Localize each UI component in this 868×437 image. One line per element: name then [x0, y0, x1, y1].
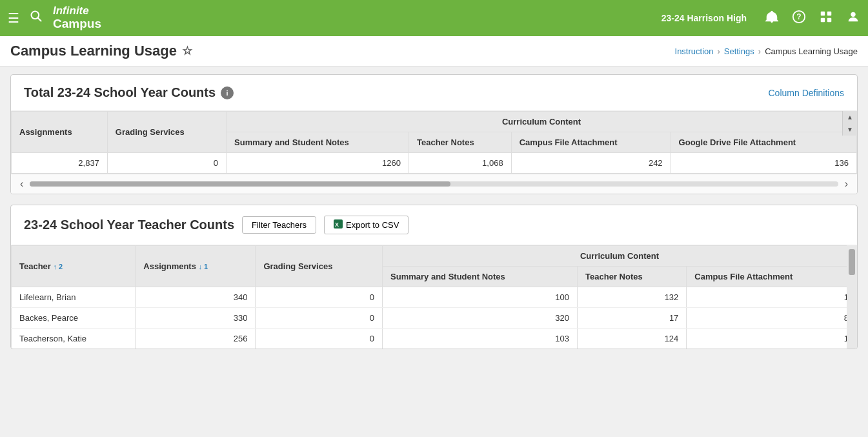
top-nav: ☰ Infinite Campus 23-24 Harrison High ? [0, 0, 868, 36]
breadcrumb-instruction[interactable]: Instruction [675, 46, 714, 56]
breadcrumb-settings[interactable]: Settings [724, 46, 754, 56]
total-counts-title-text: Total 23-24 School Year Counts [24, 85, 216, 100]
svg-rect-5 [827, 11, 831, 15]
total-counts-card: Total 23-24 School Year Counts i Column … [10, 74, 858, 194]
total-counts-table: Assignments Grading Services Curriculum … [11, 111, 857, 174]
main-content: Total 23-24 School Year Counts i Column … [0, 66, 868, 367]
th-curriculum-content-group: Curriculum Content [227, 112, 857, 132]
h-scroll-thumb [30, 181, 450, 187]
teacher-scroll-thumb [849, 249, 855, 275]
favorite-star-icon[interactable]: ☆ [182, 44, 192, 58]
excel-icon: X [334, 219, 343, 230]
td-teacher-0-name: Lifelearn, Brian [12, 287, 136, 308]
teacher-counts-card: 23-24 School Year Teacher Counts Filter … [10, 205, 858, 349]
teacher-row-1: Backes, Pearce 330 0 320 17 8 [12, 308, 857, 329]
page-title: Campus Learning Usage ☆ [10, 43, 192, 59]
teacher-counts-title: 23-24 School Year Teacher Counts [24, 218, 234, 232]
svg-point-8 [851, 12, 855, 16]
breadcrumb-bar: Campus Learning Usage ☆ Instruction › Se… [0, 36, 868, 66]
th-assignments: Assignments [12, 112, 108, 153]
teacher-vertical-scroll [847, 245, 857, 349]
td-google-drive-file: 136 [671, 153, 856, 174]
th-campus-file: Campus File Attachment [511, 132, 671, 153]
scroll-right-button[interactable]: › [841, 177, 852, 191]
breadcrumb-current: Campus Learning Usage [765, 46, 858, 56]
teacher-counts-header: 23-24 School Year Teacher Counts Filter … [11, 205, 857, 245]
breadcrumb-sep-1: › [718, 46, 720, 56]
export-csv-label: Export to CSV [346, 220, 399, 230]
horizontal-scroll-area: ‹ › [11, 174, 857, 194]
td-teacher-2-grading: 0 [256, 329, 383, 349]
total-counts-row: 2,837 0 1260 1,068 242 136 [12, 153, 857, 174]
grid-icon[interactable] [819, 10, 833, 27]
filter-teachers-button[interactable]: Filter Teachers [242, 216, 316, 234]
td-teacher-2-summary: 103 [383, 329, 578, 349]
td-teacher-1-campus-file: 8 [687, 308, 857, 329]
teacher-row-0: Lifelearn, Brian 340 0 100 132 1 [12, 287, 857, 308]
breadcrumb-sep-2: › [758, 46, 761, 56]
td-teacher-1-grading: 0 [256, 308, 383, 329]
svg-rect-7 [827, 17, 831, 21]
th-teacher-grading-services: Grading Services [256, 246, 383, 287]
help-icon[interactable]: ? [792, 10, 806, 27]
th-teacher-curriculum-content-group: Curriculum Content [383, 246, 857, 267]
total-counts-header: Total 23-24 School Year Counts i Column … [11, 75, 857, 111]
th-teacher: Teacher ↑ 2 [12, 246, 136, 287]
school-name: 23-24 Harrison High [661, 13, 747, 23]
user-icon[interactable] [846, 10, 860, 27]
th-teacher-assignments: Assignments ↓ 1 [136, 246, 256, 287]
teacher-row-2: Teacherson, Katie 256 0 103 124 1 [12, 329, 857, 349]
svg-text:X: X [335, 221, 339, 228]
hamburger-icon[interactable]: ☰ [8, 10, 19, 26]
export-csv-button[interactable]: X Export to CSV [324, 216, 409, 234]
td-teacher-0-notes: 132 [578, 287, 687, 308]
td-teacher-1-summary: 320 [383, 308, 578, 329]
column-definitions-link[interactable]: Column Definitions [769, 88, 845, 98]
td-teacher-1-notes: 17 [578, 308, 687, 329]
scroll-left-button[interactable]: ‹ [16, 177, 27, 191]
th-teacher-teacher-notes: Teacher Notes [578, 267, 687, 287]
page-title-text: Campus Learning Usage [10, 43, 177, 59]
search-icon[interactable] [30, 10, 43, 26]
th-teacher-summary-student-notes: Summary and Student Notes [383, 267, 578, 287]
td-teacher-1-name: Backes, Pearce [12, 308, 136, 329]
logo-text: Infinite [53, 5, 101, 17]
th-teacher-notes: Teacher Notes [409, 132, 512, 153]
td-summary-student-notes: 1260 [227, 153, 409, 174]
th-teacher-campus-file: Campus File Attachment [687, 267, 857, 287]
teacher-counts-table: Teacher ↑ 2 Assignments ↓ 1 Grading Serv… [11, 245, 857, 349]
svg-rect-6 [821, 17, 825, 21]
scroll-up-button[interactable]: ▲ [843, 111, 857, 123]
scroll-down-button[interactable]: ▼ [843, 123, 857, 136]
vertical-scroll-buttons: ▲ ▼ [842, 111, 857, 136]
bell-icon[interactable] [765, 10, 779, 27]
total-counts-table-wrapper: Assignments Grading Services Curriculum … [11, 111, 857, 174]
th-summary-student-notes: Summary and Student Notes [227, 132, 409, 153]
teacher-counts-table-wrapper: Teacher ↑ 2 Assignments ↓ 1 Grading Serv… [11, 245, 857, 349]
td-teacher-2-name: Teacherson, Katie [12, 329, 136, 349]
assignments-sort-icon[interactable]: ↓ 1 [199, 263, 208, 270]
td-teacher-2-campus-file: 1 [687, 329, 857, 349]
app-logo: Infinite Campus [53, 5, 101, 31]
td-teacher-1-assignments: 330 [136, 308, 256, 329]
th-grading-services: Grading Services [107, 112, 226, 153]
td-teacher-notes: 1,068 [409, 153, 512, 174]
td-campus-file: 242 [511, 153, 671, 174]
td-teacher-2-assignments: 256 [136, 329, 256, 349]
td-assignments: 2,837 [12, 153, 108, 174]
td-teacher-0-grading: 0 [256, 287, 383, 308]
h-scroll-track [30, 181, 838, 187]
logo-campus: Campus [53, 17, 101, 31]
teacher-sort-icon[interactable]: ↑ 2 [54, 263, 63, 270]
td-grading-services: 0 [107, 153, 226, 174]
th-google-drive-file: Google Drive File Attachment [671, 132, 856, 153]
td-teacher-0-assignments: 340 [136, 287, 256, 308]
total-counts-title: Total 23-24 School Year Counts i [24, 85, 234, 100]
td-teacher-0-summary: 100 [383, 287, 578, 308]
td-teacher-2-notes: 124 [578, 329, 687, 349]
breadcrumb: Instruction › Settings › Campus Learning… [675, 46, 858, 56]
svg-text:?: ? [796, 12, 801, 21]
svg-line-1 [38, 18, 41, 21]
info-icon[interactable]: i [221, 86, 234, 99]
td-teacher-0-campus-file: 1 [687, 287, 857, 308]
